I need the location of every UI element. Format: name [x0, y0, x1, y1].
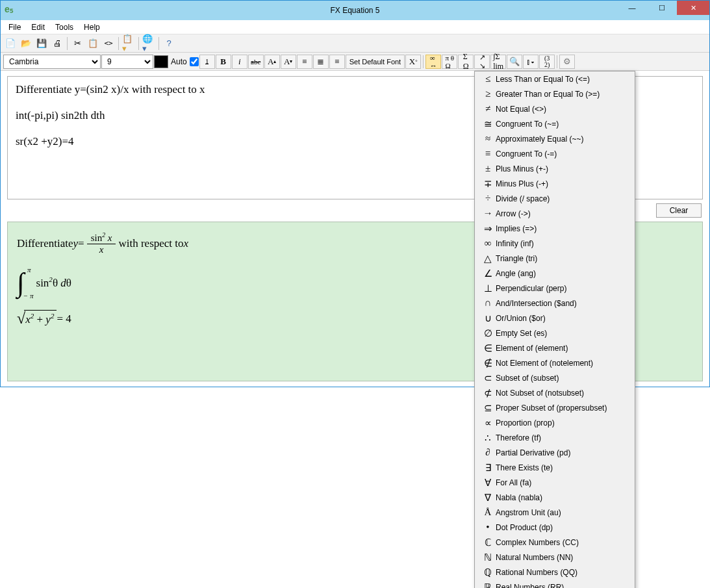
dropdown-item-22[interactable]: ⊆Proper Subset of (propersubset)	[475, 400, 635, 415]
symbol-icon: ∝	[480, 417, 496, 429]
dropdown-item-11[interactable]: ∞Infinity (inf)	[475, 236, 635, 251]
dropdown-item-28[interactable]: ∇Nabla (nabla)	[475, 490, 635, 505]
dropdown-item-24[interactable]: ∴Therefore (tf)	[475, 430, 635, 445]
font-size-select[interactable]: 9	[101, 55, 153, 69]
symbol-label: Congruent To (~=)	[496, 120, 629, 129]
symbol-icon: ⊆	[480, 402, 496, 414]
dropdown-item-6[interactable]: ±Plus Minus (+-)	[475, 161, 635, 176]
strikethrough-button[interactable]: abc	[248, 55, 264, 69]
dropdown-item-5[interactable]: ≡Congruent To (-=)	[475, 146, 635, 161]
dropdown-item-34[interactable]: ℝReal Numbers (RR)	[475, 580, 635, 588]
align-right-button[interactable]: ≡	[329, 55, 345, 69]
copy-icon[interactable]: 📋	[86, 36, 100, 51]
font-family-select[interactable]: Cambria	[3, 55, 101, 69]
integral-dropdown-button[interactable]: ∫Σlim	[490, 55, 506, 69]
superscript-x-button[interactable]: X°	[405, 55, 421, 69]
font-decrease-button[interactable]: A▾	[281, 55, 296, 69]
greek-dropdown-button[interactable]: π θΩ	[442, 55, 457, 69]
dropdown-item-26[interactable]: ∃There Exists (te)	[475, 460, 635, 475]
symbol-icon: ⊥	[480, 283, 496, 294]
code-icon[interactable]: <>	[101, 36, 116, 51]
separator	[118, 37, 119, 50]
symbols-dropdown-button[interactable]: ∞↔	[425, 55, 441, 69]
symbol-label: Not Equal (<>)	[496, 105, 629, 114]
symbol-label: Triangle (tri)	[496, 254, 629, 263]
align-center-button[interactable]: ≣	[313, 55, 329, 69]
cut-icon[interactable]: ✂	[70, 36, 84, 51]
symbol-label: Congruent To (-=)	[496, 149, 629, 159]
dropdown-item-18[interactable]: ∈Element of (element)	[475, 340, 635, 355]
symbol-icon: △	[480, 253, 496, 264]
auto-checkbox[interactable]	[190, 57, 199, 66]
dropdown-item-2[interactable]: ≠Not Equal (<>)	[475, 101, 635, 116]
fraction-button[interactable]: 1	[199, 55, 215, 69]
symbol-icon: ∂	[480, 447, 496, 458]
font-increase-button[interactable]: A▴	[264, 55, 280, 69]
dropdown-item-0[interactable]: ≤Less Than or Equal To (<=)	[475, 71, 635, 86]
dropdown-item-3[interactable]: ≅Congruent To (~=)	[475, 116, 635, 131]
symbol-label: Divide (/ space)	[496, 194, 629, 203]
menu-edit[interactable]: Edit	[26, 21, 50, 33]
dropdown-item-16[interactable]: ∪Or/Union ($or)	[475, 311, 635, 326]
symbol-icon: ∴	[480, 432, 496, 444]
symbol-label: Nabla (nabla)	[496, 493, 629, 502]
dropdown-item-19[interactable]: ∉Not Element of (notelement)	[475, 355, 635, 370]
magnify-dropdown-button[interactable]: 🔍	[507, 55, 522, 69]
dropdown-item-13[interactable]: ∠Angle (ang)	[475, 266, 635, 281]
dropdown-item-29[interactable]: ÅAngstrom Unit (au)	[475, 505, 635, 520]
matrix-dropdown-button[interactable]: ⫿▾	[523, 55, 539, 69]
dropdown-item-9[interactable]: →Arrow (->)	[475, 206, 635, 221]
dropdown-item-1[interactable]: ≥Greater Than or Equal To (>=)	[475, 86, 635, 101]
color-picker[interactable]	[154, 55, 168, 68]
dropdown-item-17[interactable]: ∅Empty Set (es)	[475, 326, 635, 340]
main-toolbar: 📄 📂 💾 🖨 ✂ 📋 <> 📋▾ 🌐▾ ?	[1, 34, 709, 53]
dropdown-item-30[interactable]: •Dot Product (dp)	[475, 520, 635, 535]
bold-button[interactable]: B	[216, 55, 231, 69]
dropdown-item-31[interactable]: ℂComplex Numbers (CC)	[475, 535, 635, 550]
symbol-label: And/Intersection ($and)	[496, 299, 629, 308]
dropdown-item-23[interactable]: ∝Proportion (prop)	[475, 415, 635, 430]
symbol-icon: ∠	[480, 268, 496, 279]
symbol-label: Proportion (prop)	[496, 418, 629, 428]
dropdown-item-14[interactable]: ⊥Perpendicular (perp)	[475, 281, 635, 296]
align-left-button[interactable]: ≡	[297, 55, 312, 69]
dropdown-item-21[interactable]: ⊄Not Subset of (notsubset)	[475, 385, 635, 400]
close-button[interactable]: ✕	[677, 1, 709, 15]
paste-icon[interactable]: 📋▾	[121, 36, 136, 51]
binomial-dropdown-button[interactable]: (32)	[539, 55, 555, 69]
minimize-button[interactable]: —	[617, 1, 647, 15]
dropdown-item-7[interactable]: ∓Minus Plus (-+)	[475, 176, 635, 191]
arrows-dropdown-button[interactable]: ↗↘	[474, 55, 490, 69]
menu-file[interactable]: File	[3, 21, 26, 33]
dropdown-item-20[interactable]: ⊂Subset of (subset)	[475, 370, 635, 385]
separator	[158, 37, 159, 50]
symbol-label: Real Numbers (RR)	[496, 583, 629, 589]
symbol-label: Implies (=>)	[496, 224, 629, 233]
menu-tools[interactable]: Tools	[50, 21, 79, 33]
dropdown-item-32[interactable]: ℕNatural Numbers (NN)	[475, 550, 635, 565]
open-icon[interactable]: 📂	[19, 36, 33, 51]
print-icon[interactable]: 🖨	[50, 36, 64, 51]
save-icon[interactable]: 💾	[34, 36, 49, 51]
window-controls: — ☐ ✕	[617, 1, 709, 15]
dropdown-item-15[interactable]: ∩And/Intersection ($and)	[475, 296, 635, 311]
dropdown-item-27[interactable]: ∀For All (fa)	[475, 475, 635, 490]
dropdown-item-25[interactable]: ∂Partial Derivative (pd)	[475, 445, 635, 460]
dropdown-item-10[interactable]: ⇒Implies (=>)	[475, 221, 635, 236]
symbol-label: Or/Union ($or)	[496, 314, 629, 323]
dropdown-item-4[interactable]: ≈Approximately Equal (~~)	[475, 131, 635, 146]
maximize-button[interactable]: ☐	[647, 1, 677, 15]
set-default-font-button[interactable]: Set Default Font	[346, 55, 405, 69]
help-icon[interactable]: ?	[162, 36, 176, 51]
web-icon[interactable]: 🌐▾	[142, 36, 156, 51]
settings-button[interactable]: ⚙	[559, 55, 575, 69]
clear-button[interactable]: Clear	[656, 203, 702, 218]
symbol-label: Partial Derivative (pd)	[496, 448, 629, 457]
menu-help[interactable]: Help	[79, 21, 105, 33]
new-icon[interactable]: 📄	[3, 36, 18, 51]
italic-button[interactable]: i	[232, 55, 247, 69]
dropdown-item-8[interactable]: ÷Divide (/ space)	[475, 191, 635, 206]
dropdown-item-12[interactable]: △Triangle (tri)	[475, 251, 635, 266]
sigma-dropdown-button[interactable]: ΣΩ	[458, 55, 474, 69]
dropdown-item-33[interactable]: ℚRational Numbers (QQ)	[475, 565, 635, 580]
